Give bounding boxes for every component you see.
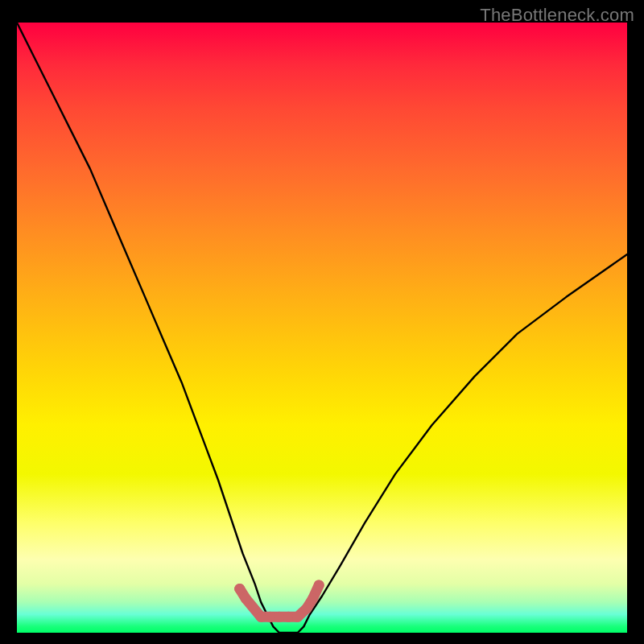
floor-dot bbox=[265, 612, 275, 622]
plot-area bbox=[17, 23, 627, 633]
watermark-text: TheBottleneck.com bbox=[480, 5, 634, 26]
floor-dot bbox=[314, 580, 324, 590]
floor-dots-group bbox=[234, 580, 324, 621]
floor-dot bbox=[241, 593, 251, 604]
floor-dot bbox=[292, 612, 303, 622]
curve-svg bbox=[17, 23, 627, 633]
floor-dot bbox=[302, 603, 312, 613]
floor-dot bbox=[274, 612, 284, 622]
floor-dot bbox=[234, 584, 245, 594]
floor-dot bbox=[308, 593, 318, 604]
floor-dot bbox=[283, 612, 294, 622]
bottleneck-curve-path bbox=[17, 23, 627, 633]
chart-frame: TheBottleneck.com bbox=[0, 0, 644, 644]
floor-dot bbox=[256, 612, 266, 622]
